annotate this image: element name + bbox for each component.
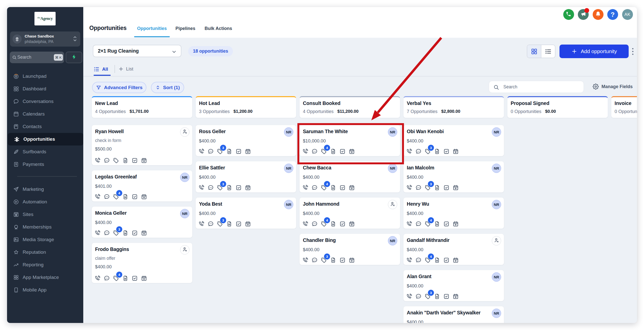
sidebar-item-conversations[interactable]: Conversations bbox=[7, 95, 83, 108]
opportunity-card[interactable]: Ryan Howellcheck in form$500.00 bbox=[92, 125, 192, 165]
tab-pipelines[interactable]: Pipelines bbox=[175, 26, 195, 31]
sidebar-item-marketing[interactable]: Marketing bbox=[7, 183, 83, 196]
card-doc-icon[interactable] bbox=[122, 230, 129, 236]
card-doc-icon[interactable] bbox=[434, 148, 440, 155]
card-check-icon[interactable] bbox=[132, 157, 138, 164]
card-check-icon[interactable] bbox=[443, 221, 450, 227]
card-tag-icon[interactable]: 4 bbox=[321, 148, 327, 155]
card-tag-icon[interactable]: 4 bbox=[425, 257, 431, 263]
card-chat-icon[interactable] bbox=[104, 275, 110, 281]
opportunity-card[interactable]: Alan Grant$400.00NR3 bbox=[403, 270, 504, 301]
card-phone-icon[interactable] bbox=[406, 293, 412, 300]
sort-button[interactable]: Sort (1) bbox=[151, 82, 184, 93]
quick-actions-button[interactable] bbox=[66, 52, 82, 63]
card-cal-icon[interactable] bbox=[141, 194, 147, 200]
card-cal-icon[interactable] bbox=[245, 148, 251, 155]
grid-view-button[interactable] bbox=[527, 45, 541, 58]
sidebar-item-app-marketplace[interactable]: App Marketplace bbox=[7, 271, 83, 284]
card-cal-icon[interactable] bbox=[245, 185, 251, 191]
card-chat-icon[interactable] bbox=[311, 221, 318, 227]
sidebar-item-launchpad[interactable]: Launchpad bbox=[7, 70, 83, 83]
list-view-button[interactable] bbox=[541, 45, 555, 58]
help-button[interactable]: ? bbox=[607, 9, 618, 20]
opportunity-card[interactable]: Monica Geller$400.00NR3 bbox=[92, 206, 192, 238]
card-doc-icon[interactable] bbox=[330, 148, 336, 155]
sidebar-item-mobile-app[interactable]: Mobile App bbox=[7, 284, 83, 296]
card-cal-icon[interactable] bbox=[245, 221, 251, 227]
card-check-icon[interactable] bbox=[235, 221, 242, 227]
card-chat-icon[interactable] bbox=[104, 157, 110, 164]
card-doc-icon[interactable] bbox=[226, 185, 232, 191]
opportunity-card[interactable]: Frodo Bagginsclaim offer$400.004 bbox=[92, 243, 192, 283]
card-cal-icon[interactable] bbox=[453, 185, 459, 191]
card-cal-icon[interactable] bbox=[453, 221, 459, 227]
opportunity-card[interactable]: Saruman The White$10,000.00NR4 bbox=[299, 125, 400, 156]
sidebar-item-dashboard[interactable]: Dashboard bbox=[7, 83, 83, 95]
card-chat-icon[interactable] bbox=[104, 230, 110, 236]
card-check-icon[interactable] bbox=[235, 185, 242, 191]
opportunity-card[interactable]: Anakin "Darth Vader" Skywalker$400.00NR bbox=[403, 306, 504, 323]
sidebar-item-surfboards[interactable]: Surfboards bbox=[7, 145, 83, 158]
more-options-button[interactable] bbox=[630, 45, 635, 58]
card-tag-icon[interactable] bbox=[113, 157, 119, 164]
opportunity-card[interactable]: Yoda Best$400.00NR3 bbox=[195, 197, 296, 229]
card-cal-icon[interactable] bbox=[453, 293, 459, 300]
card-tag-icon[interactable]: 4 bbox=[113, 194, 119, 200]
card-chat-icon[interactable] bbox=[415, 257, 422, 263]
sidebar-item-memberships[interactable]: Memberships bbox=[7, 221, 83, 233]
card-phone-icon[interactable] bbox=[302, 185, 308, 191]
location-switcher[interactable]: Chase Sandbox philadelphia, PA bbox=[10, 31, 80, 47]
card-tag-icon[interactable]: 3 bbox=[217, 148, 223, 155]
card-cal-icon[interactable] bbox=[453, 257, 459, 263]
card-cal-icon[interactable] bbox=[141, 275, 147, 281]
sidebar-item-reputation[interactable]: Reputation bbox=[7, 246, 83, 259]
card-chat-icon[interactable] bbox=[415, 221, 422, 227]
card-doc-icon[interactable] bbox=[330, 221, 336, 227]
announcements-button[interactable] bbox=[578, 9, 589, 20]
card-doc-icon[interactable] bbox=[434, 293, 440, 300]
card-check-icon[interactable] bbox=[443, 185, 450, 191]
advanced-filters-button[interactable]: Advanced Filters bbox=[92, 82, 146, 93]
card-check-icon[interactable] bbox=[132, 230, 138, 236]
sidebar-item-reporting[interactable]: Reporting bbox=[7, 259, 83, 271]
card-cal-icon[interactable] bbox=[349, 148, 355, 155]
view-tab-all[interactable]: All bbox=[94, 66, 108, 72]
card-tag-icon[interactable]: 4 bbox=[321, 185, 327, 191]
card-doc-icon[interactable] bbox=[434, 185, 440, 191]
opportunity-card[interactable]: Ross Geller$400.00NR3 bbox=[195, 125, 296, 156]
card-tag-icon[interactable]: 3 bbox=[217, 221, 223, 227]
phone-button[interactable] bbox=[563, 9, 574, 20]
card-phone-icon[interactable] bbox=[94, 157, 101, 164]
card-check-icon[interactable] bbox=[339, 148, 346, 155]
card-tag-icon[interactable]: 3 bbox=[425, 148, 431, 155]
card-check-icon[interactable] bbox=[339, 257, 346, 263]
manage-fields-button[interactable]: Manage Fields bbox=[593, 84, 633, 90]
card-doc-icon[interactable] bbox=[434, 257, 440, 263]
card-check-icon[interactable] bbox=[339, 185, 346, 191]
board-search-input[interactable]: Search bbox=[489, 81, 584, 93]
card-doc-icon[interactable] bbox=[122, 157, 129, 164]
sidebar-item-payments[interactable]: Payments bbox=[7, 158, 83, 171]
sidebar-item-media-storage[interactable]: Media Storage bbox=[7, 233, 83, 246]
card-chat-icon[interactable] bbox=[208, 148, 214, 155]
card-phone-icon[interactable] bbox=[198, 185, 205, 191]
sidebar-item-calendars[interactable]: Calendars bbox=[7, 108, 83, 120]
card-cal-icon[interactable] bbox=[349, 185, 355, 191]
card-doc-icon[interactable] bbox=[434, 221, 440, 227]
opportunity-card[interactable]: Gandalf Mithrandir$400.004 bbox=[403, 234, 504, 265]
card-tag-icon[interactable]: 3 bbox=[425, 185, 431, 191]
card-tag-icon[interactable]: 4 bbox=[321, 221, 327, 227]
card-chat-icon[interactable] bbox=[208, 185, 214, 191]
sidebar-item-sites[interactable]: Sites bbox=[7, 208, 83, 221]
add-opportunity-button[interactable]: Add opportunity bbox=[559, 45, 629, 58]
card-doc-icon[interactable] bbox=[226, 148, 232, 155]
card-cal-icon[interactable] bbox=[349, 257, 355, 263]
card-doc-icon[interactable] bbox=[122, 275, 129, 281]
view-tab-add-list[interactable]: List bbox=[118, 66, 133, 72]
notifications-button[interactable] bbox=[593, 9, 603, 20]
card-phone-icon[interactable] bbox=[302, 148, 308, 155]
card-doc-icon[interactable] bbox=[122, 194, 129, 200]
card-chat-icon[interactable] bbox=[415, 293, 422, 300]
card-cal-icon[interactable] bbox=[453, 148, 459, 155]
card-tag-icon[interactable]: 4 bbox=[113, 275, 119, 281]
